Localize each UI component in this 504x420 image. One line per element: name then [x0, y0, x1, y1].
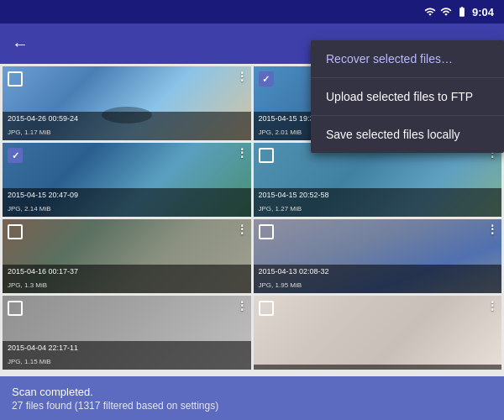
photo-date-7: 2015-04-04 22:17-11: [8, 344, 246, 352]
photo-info-5: 2015-04-16 00:17-37 JPG, 1.3 MiB: [3, 265, 251, 293]
photo-cell-6[interactable]: ⋮ 2015-04-13 02:08-32 JPG, 1.95 MiB: [254, 219, 502, 293]
checkbox-6[interactable]: [259, 224, 274, 239]
checkbox-4[interactable]: [259, 148, 274, 163]
scan-status: Scan completed.: [12, 386, 492, 398]
status-icons: 9:04: [424, 6, 494, 18]
wifi-icon: [424, 6, 436, 18]
photo-date-3: 2015-04-15 20:47-09: [8, 191, 246, 199]
photo-date-4: 2015-04-15 20:52-58: [259, 191, 497, 199]
photo-cell-8[interactable]: ⋮: [254, 296, 502, 370]
dropdown-upload-ftp[interactable]: Upload selected files to FTP: [311, 78, 504, 116]
more-options-7[interactable]: ⋮: [236, 299, 248, 312]
checkbox-2[interactable]: [259, 71, 274, 87]
checkbox-8[interactable]: [259, 301, 274, 316]
scan-detail: 27 files found (1317 filtered based on s…: [12, 400, 492, 412]
photo-info-7: 2015-04-04 22:17-11 JPG, 1.15 MiB: [3, 341, 251, 370]
phone-frame: 9:04 ← Recover selected files… Upload se…: [0, 0, 504, 420]
checkbox-1[interactable]: [8, 71, 23, 87]
dropdown-save-locally[interactable]: Save selected files locally: [311, 116, 504, 153]
photo-meta-2: JPG, 2.01 MiB: [259, 129, 302, 136]
checkbox-3[interactable]: [8, 148, 23, 163]
photo-info-3: 2015-04-15 20:47-09 JPG, 2.14 MiB: [3, 188, 251, 217]
photo-cell-7[interactable]: ⋮ 2015-04-04 22:17-11 JPG, 1.15 MiB: [3, 296, 251, 370]
photo-cell-4[interactable]: ⋮ 2015-04-15 20:52-58 JPG, 1.27 MiB: [254, 143, 502, 217]
photo-date-1: 2015-04-26 00:59-24: [8, 114, 246, 123]
bottom-bar: Scan completed. 27 files found (1317 fil…: [0, 376, 504, 420]
more-options-8[interactable]: ⋮: [486, 299, 498, 312]
photo-info-4: 2015-04-15 20:52-58 JPG, 1.27 MiB: [254, 188, 502, 217]
photo-meta-7: JPG, 1.15 MiB: [8, 358, 51, 365]
photo-date-6: 2015-04-13 02:08-32: [259, 267, 497, 276]
more-options-5[interactable]: ⋮: [236, 223, 248, 236]
more-options-6[interactable]: ⋮: [486, 223, 498, 236]
photo-info-1: 2015-04-26 00:59-24 JPG, 1.17 MiB: [3, 112, 251, 140]
status-time: 9:04: [472, 6, 494, 18]
photo-meta-5: JPG, 1.3 MiB: [8, 281, 47, 289]
back-button[interactable]: ←: [12, 34, 29, 54]
checkbox-7[interactable]: [8, 301, 23, 316]
photo-meta-4: JPG, 1.27 MiB: [259, 205, 302, 213]
signal-icon: [440, 6, 452, 18]
photo-meta-6: JPG, 1.95 MiB: [259, 281, 302, 289]
photo-meta-3: JPG, 2.14 MiB: [8, 205, 51, 213]
photo-info-6: 2015-04-13 02:08-32 JPG, 1.95 MiB: [254, 265, 502, 293]
status-bar: 9:04: [0, 0, 504, 24]
dropdown-menu: Recover selected files… Upload selected …: [311, 40, 504, 153]
dropdown-recover-title: Recover selected files…: [311, 40, 504, 78]
checkbox-5[interactable]: [8, 224, 23, 239]
more-options-1[interactable]: ⋮: [236, 70, 248, 83]
photo-cell-1[interactable]: ⋮ 2015-04-26 00:59-24 JPG, 1.17 MiB: [3, 66, 251, 140]
photo-meta-1: JPG, 1.17 MiB: [8, 129, 51, 136]
photo-cell-5[interactable]: ⋮ 2015-04-16 00:17-37 JPG, 1.3 MiB: [3, 219, 251, 293]
battery-icon: [456, 6, 468, 18]
photo-date-5: 2015-04-16 00:17-37: [8, 267, 246, 276]
photo-info-8: [254, 365, 502, 370]
photo-cell-3[interactable]: ⋮ 2015-04-15 20:47-09 JPG, 2.14 MiB: [3, 143, 251, 217]
more-options-3[interactable]: ⋮: [236, 146, 248, 160]
